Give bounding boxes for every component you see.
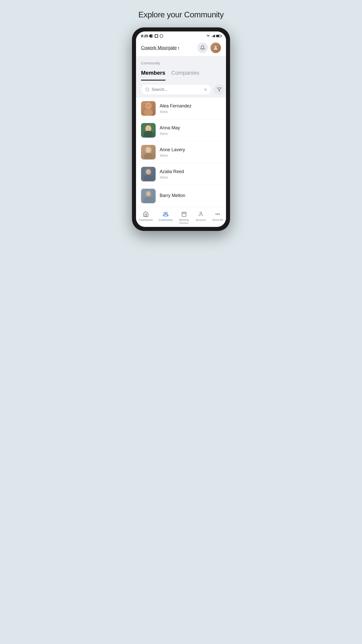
nav-account[interactable]: Account — [192, 210, 209, 225]
member-avatar — [141, 123, 156, 138]
svg-point-11 — [146, 147, 151, 153]
phone-camera — [149, 34, 152, 37]
battery-icon — [216, 35, 221, 37]
location-name: Cowork Moorgate — [141, 45, 177, 51]
svg-point-16 — [144, 175, 153, 181]
svg-point-1 — [146, 88, 149, 91]
tab-companies[interactable]: Companies — [171, 67, 199, 80]
search-icon — [145, 87, 150, 92]
avatar-face — [141, 123, 156, 138]
member-avatar — [141, 189, 156, 203]
member-avatar — [141, 101, 156, 116]
member-info: Anna May Xera — [160, 125, 180, 136]
avatar-illustration — [142, 123, 155, 138]
page-title: Explore your Community — [138, 10, 223, 19]
nav-account-label: Account — [196, 218, 206, 221]
svg-point-19 — [146, 191, 151, 196]
member-list: Alea Fernandez Xera — [136, 98, 226, 207]
calendar-icon — [180, 211, 188, 218]
avatar-illustration — [142, 167, 155, 181]
member-company: Xera — [160, 175, 184, 179]
member-info: Alea Fernandez Xera — [160, 103, 192, 114]
filter-icon — [217, 87, 221, 92]
member-avatar — [141, 145, 156, 159]
community-icon — [162, 211, 169, 218]
list-item[interactable]: Anne Lavery Xera — [136, 141, 226, 163]
user-avatar-icon — [213, 45, 218, 51]
member-company: Xera — [160, 153, 185, 157]
bottom-nav: Dashboard Community — [136, 207, 226, 227]
chevron-down-icon: ▾ — [178, 46, 179, 50]
wifi-icon — [206, 34, 210, 38]
svg-point-15 — [146, 169, 151, 175]
member-info: Barry Melton — [160, 193, 185, 199]
nav-show-all-label: Show All — [212, 218, 223, 221]
header-actions — [197, 43, 221, 53]
user-avatar[interactable] — [210, 43, 221, 53]
search-area: ✕ — [136, 80, 226, 98]
avatar-face — [141, 167, 156, 181]
avatar-face — [141, 145, 156, 159]
notification-button[interactable] — [197, 43, 208, 53]
status-icons — [206, 34, 221, 38]
member-company: Xera — [160, 131, 180, 136]
tabs-container: Members Companies — [136, 67, 226, 80]
home-icon — [142, 211, 149, 218]
member-company: Xera — [160, 109, 192, 114]
avatar-face — [141, 101, 156, 116]
avatar-illustration — [142, 101, 155, 116]
svg-point-27 — [200, 212, 202, 214]
location-selector[interactable]: Cowork Moorgate ▾ — [141, 45, 179, 51]
member-name: Anna May — [160, 125, 180, 131]
clear-search-button[interactable]: ✕ — [204, 87, 207, 92]
svg-point-30 — [219, 214, 220, 215]
search-input[interactable] — [152, 87, 202, 92]
nav-meeting-rooms[interactable]: MeetingRooms — [175, 210, 192, 225]
more-icon — [214, 211, 221, 218]
phone-screen: 8:25 — [136, 31, 226, 227]
member-info: Azalia Reed Xera — [160, 169, 184, 179]
status-icon-3 — [160, 34, 163, 38]
svg-point-20 — [144, 197, 153, 203]
svg-point-28 — [216, 214, 216, 215]
filter-button[interactable] — [214, 84, 225, 95]
list-item[interactable]: Barry Melton — [136, 185, 226, 207]
section-label: Community — [136, 56, 226, 67]
page-wrapper: Explore your Community 8:25 — [128, 10, 234, 231]
svg-rect-23 — [182, 212, 186, 217]
nav-community-label: Community — [159, 218, 173, 221]
avatar-face — [141, 189, 156, 203]
list-item[interactable]: Azalia Reed Xera — [136, 163, 226, 185]
svg-point-9 — [144, 131, 153, 138]
list-item[interactable]: Anna May Xera — [136, 119, 226, 141]
avatar-illustration — [142, 189, 155, 203]
app-content: Community Members Companies — [136, 56, 226, 207]
member-name: Azalia Reed — [160, 169, 184, 174]
member-avatar — [141, 167, 156, 181]
search-input-wrapper: ✕ — [141, 85, 211, 95]
svg-point-21 — [164, 212, 165, 214]
tab-members[interactable]: Members — [141, 67, 165, 80]
member-info: Anne Lavery Xera — [160, 147, 185, 157]
svg-point-29 — [217, 214, 218, 215]
svg-point-12 — [144, 153, 153, 159]
list-item[interactable]: Alea Fernandez Xera — [136, 98, 226, 119]
svg-point-22 — [166, 212, 167, 214]
nav-show-all[interactable]: Show All — [209, 210, 226, 225]
svg-point-6 — [146, 104, 150, 108]
status-time: 8:25 — [141, 34, 148, 38]
svg-marker-2 — [217, 88, 221, 91]
status-icon-2 — [155, 34, 158, 38]
nav-dashboard-label: Dashboard — [139, 218, 153, 221]
member-name: Alea Fernandez — [160, 103, 192, 109]
svg-point-5 — [144, 109, 153, 116]
member-name: Barry Melton — [160, 193, 185, 198]
nav-dashboard[interactable]: Dashboard — [136, 210, 156, 225]
svg-point-0 — [215, 46, 216, 48]
person-icon — [197, 211, 204, 218]
member-name: Anne Lavery — [160, 147, 185, 152]
app-header: Cowork Moorgate ▾ — [136, 39, 226, 56]
nav-community[interactable]: Community — [156, 210, 176, 225]
signal-icon — [211, 35, 215, 37]
bell-icon — [200, 45, 205, 50]
